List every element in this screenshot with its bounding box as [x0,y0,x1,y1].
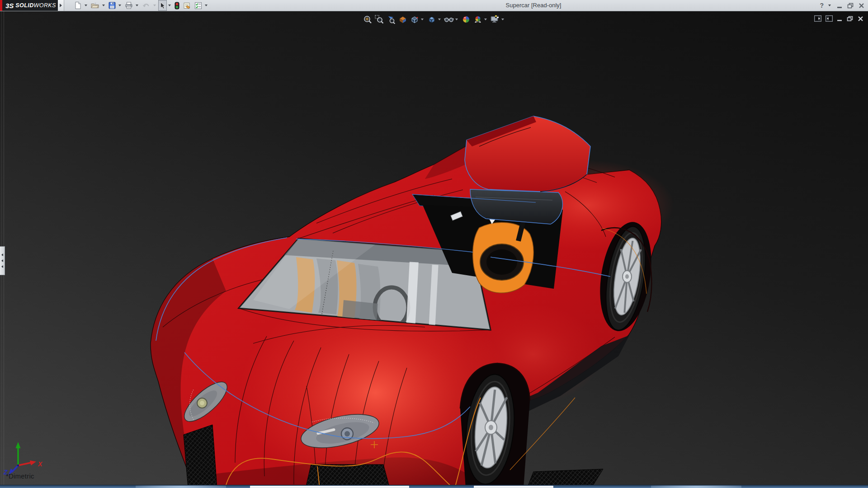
view-orientation-caret[interactable] [421,19,424,20]
file-properties-button[interactable] [182,0,192,11]
view-orientation-button[interactable] [409,14,420,25]
previous-view-button[interactable] [386,14,396,25]
options-button[interactable] [193,0,203,11]
close-button[interactable] [857,1,865,9]
flyout-arrow-icon [60,4,62,7]
logo-3s-glyph: 3S [5,2,14,9]
menu-flyout-tab[interactable] [58,0,64,11]
undo-dropdown-caret[interactable] [153,5,156,6]
select-dropdown-caret[interactable] [168,5,171,6]
apply-scene-caret[interactable] [484,19,487,20]
restore-button[interactable] [846,1,854,9]
app-window-controls: ? [819,0,865,11]
traffic-light-icon [175,2,179,9]
hide-show-items-button[interactable] [443,14,454,25]
zoom-to-area-button[interactable] [374,14,385,25]
previous-view-icon [387,15,396,24]
print-dropdown-caret[interactable] [136,5,138,6]
taskbar-glow [136,485,226,488]
apply-scene-icon [473,15,482,24]
select-tool-button[interactable] [158,0,167,11]
open-document-button[interactable] [90,0,101,11]
select-cursor-icon [160,2,165,9]
options-checklist-icon [194,2,202,9]
triad-x-label: X [38,460,43,468]
save-button[interactable] [107,0,117,11]
view-settings-button[interactable] [490,14,500,25]
collapse-pane-right-button[interactable] [826,15,833,22]
open-dropdown-caret[interactable] [102,5,105,6]
document-title: Supercar [Read-only] [479,2,588,9]
collapse-pane-left-button[interactable] [814,15,821,22]
section-view-button[interactable] [397,14,408,25]
car-model[interactable] [0,11,868,488]
logo-wordmark: SOLIDWORKS [15,2,56,9]
print-button[interactable] [123,0,134,11]
help-dropdown-caret[interactable] [828,5,831,6]
document-window-controls [814,15,863,22]
display-style-button[interactable] [426,14,437,25]
taskbar-segment [250,486,409,488]
zoom-to-fit-icon [363,15,372,24]
doc-close-button[interactable] [858,16,863,22]
section-view-icon [398,15,407,24]
view-settings-icon [490,15,500,24]
help-button[interactable]: ? [819,2,825,9]
solidworks-logo: 3S SOLIDWORKS [0,0,58,11]
logo-accent-stripe [0,0,2,11]
headsup-view-toolbar [362,14,506,25]
titlebar: 3S SOLIDWORKS [0,0,868,11]
view-settings-caret[interactable] [501,19,504,20]
new-document-button[interactable] [73,0,83,11]
display-style-caret[interactable] [438,19,441,20]
undo-button[interactable] [141,0,152,11]
edit-appearance-button[interactable] [461,14,472,25]
undo-icon [142,2,151,9]
standard-toolbar [72,0,209,11]
glasses-icon [444,15,454,24]
doc-restore-button[interactable] [847,16,854,22]
apply-scene-button[interactable] [472,14,483,25]
view-orientation-label: *Dimetric [6,472,34,480]
taskbar-glow [651,485,741,488]
hide-show-items-caret[interactable] [455,19,458,20]
collapse-arrow-icon [1,265,3,268]
taskbar-strip [0,485,868,488]
display-style-icon [427,15,436,24]
collapse-arrow-icon [1,259,3,262]
zoom-to-area-icon [375,15,384,24]
print-icon [125,2,133,9]
appearance-ball-icon [462,15,471,24]
new-document-icon [74,1,82,9]
new-dropdown-caret[interactable] [85,5,87,6]
options-dropdown-caret[interactable] [205,5,208,6]
minimize-button[interactable] [835,1,844,9]
save-floppy-icon [108,2,116,9]
view-orientation-icon [410,15,419,24]
file-properties-icon [183,2,191,9]
save-dropdown-caret[interactable] [118,5,121,6]
rebuild-button[interactable] [173,0,181,11]
open-folder-icon [91,2,99,9]
solidworks-window: 3S SOLIDWORKS [0,0,868,488]
zoom-to-fit-button[interactable] [362,14,373,25]
graphics-area[interactable]: X Z *Dimetric [0,11,868,488]
doc-minimize-button[interactable] [837,16,843,22]
taskbar-segment [474,486,553,488]
featuremanager-collapse-handle[interactable] [0,246,5,275]
collapse-arrow-icon [1,253,3,256]
